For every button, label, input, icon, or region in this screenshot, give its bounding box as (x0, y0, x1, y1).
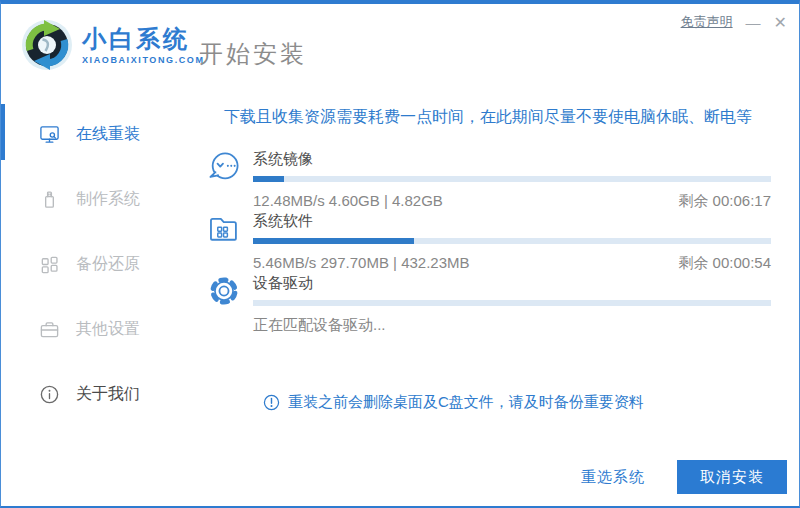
brand-name: 小白系统 (82, 26, 205, 52)
cancel-install-button[interactable]: 取消安装 (677, 460, 787, 494)
info-icon (39, 384, 60, 405)
backup-note-text: 重装之前会删除桌面及C盘文件，请及时备份重要资料 (288, 393, 644, 412)
warning-text: 下载且收集资源需要耗费一点时间，在此期间尽量不要使电脑休眠、断电等 (205, 106, 771, 128)
disclaimer-link[interactable]: 免责声明 (681, 13, 733, 31)
active-indicator (1, 104, 5, 160)
task-remaining: 剩余 00:00:54 (678, 253, 771, 273)
task-status: 正在匹配设备驱动... (253, 315, 386, 335)
folder-software-icon (207, 212, 241, 246)
task-remaining: 剩余 00:06:17 (678, 191, 771, 211)
task-row-system-image: 系统镜像 12.48MB/s 4.60GB | 4.82GB 剩余 00:06:… (205, 149, 771, 211)
brand-text: 小白系统 XIAOBAIXITONG.COM (82, 26, 205, 65)
progress-fill (253, 238, 414, 244)
titlebar: 免责声明 — ✕ (681, 13, 787, 31)
progress-bar (253, 238, 771, 244)
backup-grid-icon (39, 254, 60, 275)
sidebar-item-label: 在线重装 (76, 124, 140, 145)
sidebar-item-about-us[interactable]: 关于我们 (1, 362, 191, 427)
brand-domain: XIAOBAIXITONG.COM (82, 55, 205, 65)
footer-actions: 重选系统 取消安装 (575, 460, 787, 494)
toolbox-icon (39, 319, 60, 340)
task-stats: 12.48MB/s 4.60GB | 4.82GB (253, 191, 443, 211)
task-list: 系统镜像 12.48MB/s 4.60GB | 4.82GB 剩余 00:06:… (205, 149, 771, 335)
monitor-icon (39, 124, 60, 145)
sidebar-item-label: 关于我们 (76, 384, 140, 405)
logo-icon (21, 19, 73, 71)
progress-bar (253, 176, 771, 182)
gear-icon (207, 274, 241, 308)
minimize-icon[interactable]: — (746, 15, 761, 30)
progress-fill (253, 176, 284, 182)
sidebar: 在线重装 制作系统 备份还原 其他 (1, 92, 191, 506)
sidebar-item-label: 备份还原 (76, 254, 140, 275)
task-row-system-software: 系统软件 5.46MB/s 297.70MB | 432.23MB 剩余 00:… (205, 211, 771, 273)
sidebar-item-label: 制作系统 (76, 189, 140, 210)
task-row-device-driver: 设备驱动 正在匹配设备驱动... (205, 273, 771, 335)
sidebar-item-online-reinstall[interactable]: 在线重装 (1, 102, 191, 167)
mascot-chat-icon (207, 150, 241, 184)
task-title: 系统镜像 (253, 149, 771, 169)
reselect-system-button[interactable]: 重选系统 (575, 467, 651, 488)
task-title: 设备驱动 (253, 273, 771, 293)
task-title: 系统软件 (253, 211, 771, 231)
page-title: 开始安装 (199, 38, 307, 70)
sidebar-item-other-settings[interactable]: 其他设置 (1, 297, 191, 362)
brand-logo: 小白系统 XIAOBAIXITONG.COM (21, 19, 205, 71)
usb-drive-icon (39, 189, 60, 210)
sidebar-item-label: 其他设置 (76, 319, 140, 340)
app-window: 免责声明 — ✕ 小白系统 XIAOBAIXITONG.COM 开始安装 (0, 0, 800, 508)
header: 小白系统 XIAOBAIXITONG.COM 开始安装 (1, 4, 799, 92)
sidebar-item-make-system[interactable]: 制作系统 (1, 167, 191, 232)
install-progress-panel: 下载且收集资源需要耗费一点时间，在此期间尽量不要使电脑休眠、断电等 系统镜像 (191, 92, 799, 446)
sidebar-item-backup-restore[interactable]: 备份还原 (1, 232, 191, 297)
task-stats: 5.46MB/s 297.70MB | 432.23MB (253, 253, 470, 273)
close-icon[interactable]: ✕ (774, 15, 787, 30)
alert-circle-icon (263, 394, 280, 411)
backup-note: 重装之前会删除桌面及C盘文件，请及时备份重要资料 (263, 393, 771, 412)
progress-bar (253, 300, 771, 306)
